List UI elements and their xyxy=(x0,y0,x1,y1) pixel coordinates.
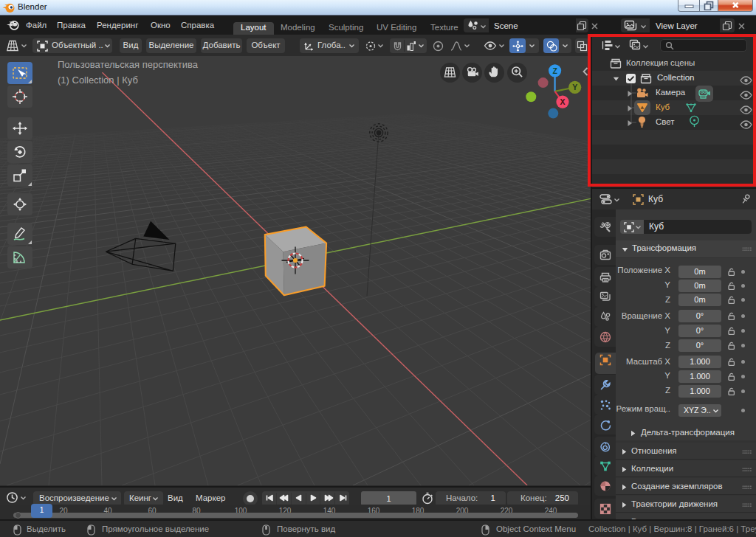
svg-text:Z: Z xyxy=(552,66,557,75)
svg-text:X: X xyxy=(560,97,565,106)
svg-text:Y: Y xyxy=(572,83,577,91)
